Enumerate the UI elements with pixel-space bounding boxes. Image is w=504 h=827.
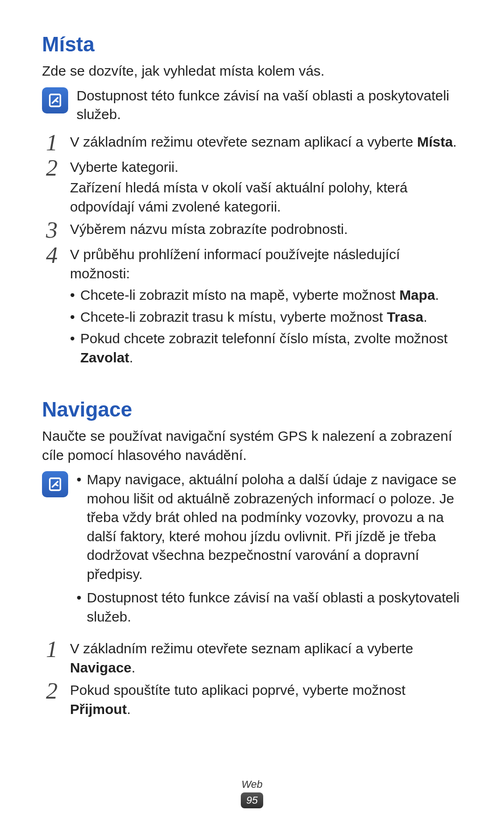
bold-zavolat: Zavolat [80, 350, 129, 365]
step-subtext: Zařízení hledá místa v okolí vaší aktuál… [70, 178, 462, 216]
heading-mista: Místa [42, 33, 462, 56]
bullet-post: . [435, 287, 439, 303]
bold-mapa: Mapa [399, 287, 435, 303]
intro-mista: Zde se dozvíte, jak vyhledat místa kolem… [42, 62, 462, 81]
step-number: 1 [42, 131, 62, 154]
step-number: 2 [42, 679, 62, 702]
step-text-post: . [453, 134, 456, 149]
note-bullet-2: Dostupnost této funkce závisí na vaší ob… [77, 588, 462, 626]
step-1-nav: 1 V základním režimu otevřete seznam apl… [42, 639, 462, 677]
step-body: V základním režimu otevřete seznam aplik… [70, 133, 462, 152]
step-4: 4 V průběhu prohlížení informací používe… [42, 245, 462, 370]
step-body: Vyberte kategorii. Zařízení hledá místa … [70, 158, 462, 217]
bullet-text: Pokud chcete zobrazit telefonní číslo mí… [80, 331, 448, 346]
step-body: Pokud spouštíte tuto aplikaci poprvé, vy… [70, 681, 462, 719]
section-navigace: Navigace Naučte se používat navigační sy… [42, 398, 462, 719]
bullet-mapa: Chcete-li zobrazit místo na mapě, vybert… [70, 286, 462, 305]
note-icon [42, 471, 68, 497]
step-text: Vyberte kategorii. [70, 158, 462, 177]
note-bullets: Mapy navigace, aktuální poloha a další ú… [77, 470, 462, 626]
step-body: V průběhu prohlížení informací používejt… [70, 245, 462, 370]
section-mista: Místa Zde se dozvíte, jak vyhledat místa… [42, 33, 462, 370]
manual-page: Místa Zde se dozvíte, jak vyhledat místa… [0, 0, 504, 827]
note-text: Dostupnost této funkce závisí na vaší ob… [77, 86, 462, 124]
step-text: V základním režimu otevřete seznam aplik… [70, 641, 413, 656]
note-mista: Dostupnost této funkce závisí na vaší ob… [42, 86, 462, 124]
step-lead: V průběhu prohlížení informací používejt… [70, 245, 462, 283]
bullet-zavolat: Pokud chcete zobrazit telefonní číslo mí… [70, 329, 462, 367]
step-text-post: . [127, 701, 131, 717]
step-3: 3 Výběrem názvu místa zobrazíte podrobno… [42, 220, 462, 241]
page-number-badge: 95 [241, 792, 263, 808]
step-text-post: . [132, 660, 135, 675]
page-footer: Web 95 [0, 778, 504, 808]
step-2-nav: 2 Pokud spouštíte tuto aplikaci poprvé, … [42, 681, 462, 719]
step-2: 2 Vyberte kategorii. Zařízení hledá míst… [42, 158, 462, 217]
bullet-text: Chcete-li zobrazit trasu k místu, vybert… [80, 309, 387, 325]
intro-navigace: Naučte se používat navigační systém GPS … [42, 427, 462, 465]
note-navigace: Mapy navigace, aktuální poloha a další ú… [42, 470, 462, 631]
heading-navigace: Navigace [42, 398, 462, 421]
step-number: 3 [42, 218, 62, 241]
step-text: V základním režimu otevřete seznam aplik… [70, 134, 417, 149]
bullet-text: Chcete-li zobrazit místo na mapě, vybert… [80, 287, 399, 303]
step-bullets: Chcete-li zobrazit místo na mapě, vybert… [70, 286, 462, 367]
bullet-post: . [129, 350, 133, 365]
step-body: V základním režimu otevřete seznam aplik… [70, 639, 462, 677]
bullet-post: . [423, 309, 427, 325]
note-bullet-1: Mapy navigace, aktuální poloha a další ú… [77, 470, 462, 584]
step-1: 1 V základním režimu otevřete seznam apl… [42, 133, 462, 154]
bold-trasa: Trasa [387, 309, 423, 325]
bold-mista: Místa [417, 134, 453, 149]
step-number: 1 [42, 637, 62, 661]
step-body: Výběrem názvu místa zobrazíte podrobnost… [70, 220, 462, 239]
bullet-trasa: Chcete-li zobrazit trasu k místu, vybert… [70, 308, 462, 327]
footer-section-label: Web [0, 778, 504, 791]
step-number: 4 [42, 243, 62, 267]
step-text: Pokud spouštíte tuto aplikaci poprvé, vy… [70, 682, 406, 698]
bold-navigace: Navigace [70, 660, 132, 675]
step-number: 2 [42, 156, 62, 179]
bold-prijmout: Přijmout [70, 701, 127, 717]
note-body: Mapy navigace, aktuální poloha a další ú… [77, 470, 462, 631]
note-icon [42, 87, 68, 113]
